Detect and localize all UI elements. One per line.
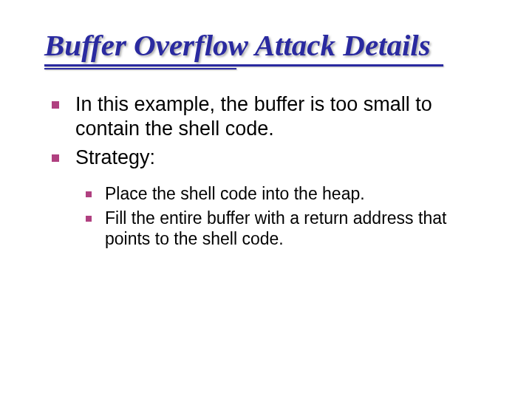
square-bullet-icon <box>52 154 59 162</box>
square-bullet-icon <box>52 101 59 109</box>
square-bullet-icon <box>86 191 92 197</box>
sub-bullet-text: Place the shell code into the heap. <box>105 183 495 205</box>
bullet-text: Strategy: <box>75 146 495 170</box>
sub-bullet-text: Fill the entire buffer with a return add… <box>105 208 495 250</box>
rule-short <box>44 68 236 69</box>
rule-long <box>44 64 443 66</box>
title-underline <box>44 64 495 72</box>
square-bullet-icon <box>86 216 92 222</box>
slide-title: Buffer Overflow Attack Details <box>44 30 495 61</box>
bullet-item: Strategy: <box>52 146 495 170</box>
bullet-text: In this example, the buffer is too small… <box>75 92 495 141</box>
sub-bullet-list: Place the shell code into the heap. Fill… <box>86 183 495 250</box>
bullet-list: In this example, the buffer is too small… <box>52 92 495 170</box>
sub-bullet-item: Fill the entire buffer with a return add… <box>86 208 495 250</box>
sub-bullet-item: Place the shell code into the heap. <box>86 183 495 205</box>
bullet-item: In this example, the buffer is too small… <box>52 92 495 141</box>
slide: Buffer Overflow Attack Details In this e… <box>0 0 532 399</box>
